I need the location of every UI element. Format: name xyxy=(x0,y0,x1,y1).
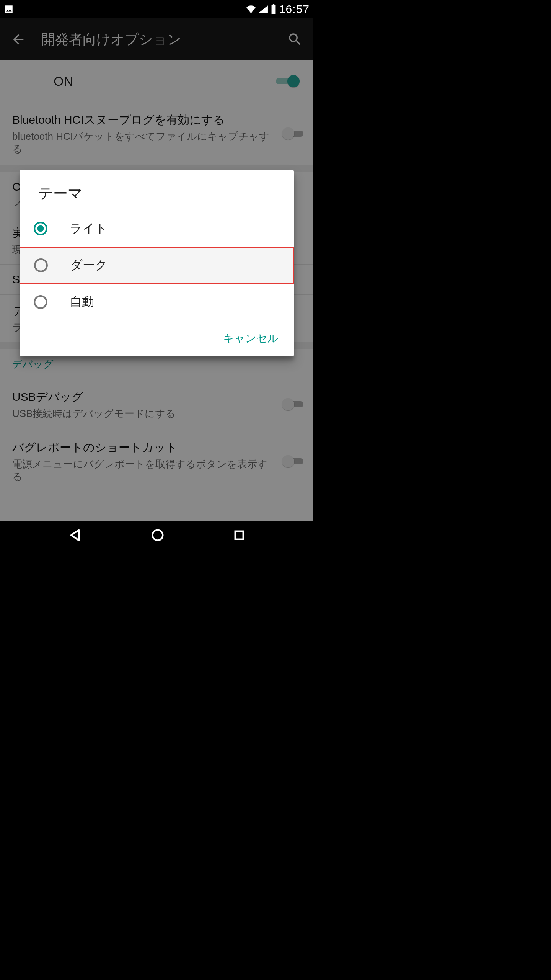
theme-option-dark[interactable]: ダーク xyxy=(20,247,294,284)
clock-time: 16:57 xyxy=(279,3,310,16)
navigation-bar xyxy=(0,521,313,551)
status-bar: 16:57 xyxy=(0,0,313,18)
radio-selected-icon xyxy=(33,221,48,236)
nav-back-button[interactable] xyxy=(67,528,83,544)
circle-home-icon xyxy=(150,528,165,543)
option-label: 自動 xyxy=(70,294,94,310)
svg-point-4 xyxy=(152,530,163,541)
radio-unselected-icon xyxy=(33,258,49,273)
nav-home-button[interactable] xyxy=(150,528,165,544)
theme-option-auto[interactable]: 自動 xyxy=(20,284,294,320)
wifi-icon xyxy=(246,5,256,13)
battery-icon xyxy=(271,4,277,14)
theme-dialog: テーマ ライト ダーク 自動 キャンセル xyxy=(20,170,294,356)
triangle-back-icon xyxy=(67,528,83,543)
option-label: ライト xyxy=(70,220,108,237)
screen: 16:57 開発者向けオプション ON Bluetooth HCIスヌープログを… xyxy=(0,0,313,551)
theme-option-light[interactable]: ライト xyxy=(20,210,294,247)
nav-recents-button[interactable] xyxy=(232,528,246,544)
square-recents-icon xyxy=(232,528,246,542)
dialog-title: テーマ xyxy=(20,170,294,210)
svg-rect-5 xyxy=(235,531,243,539)
svg-point-3 xyxy=(34,296,47,308)
cancel-button[interactable]: キャンセル xyxy=(223,331,279,346)
option-label: ダーク xyxy=(70,257,108,274)
radio-unselected-icon xyxy=(33,294,48,310)
signal-icon xyxy=(258,5,268,13)
picture-icon xyxy=(4,4,14,14)
svg-point-2 xyxy=(35,259,47,271)
svg-point-1 xyxy=(37,225,44,232)
